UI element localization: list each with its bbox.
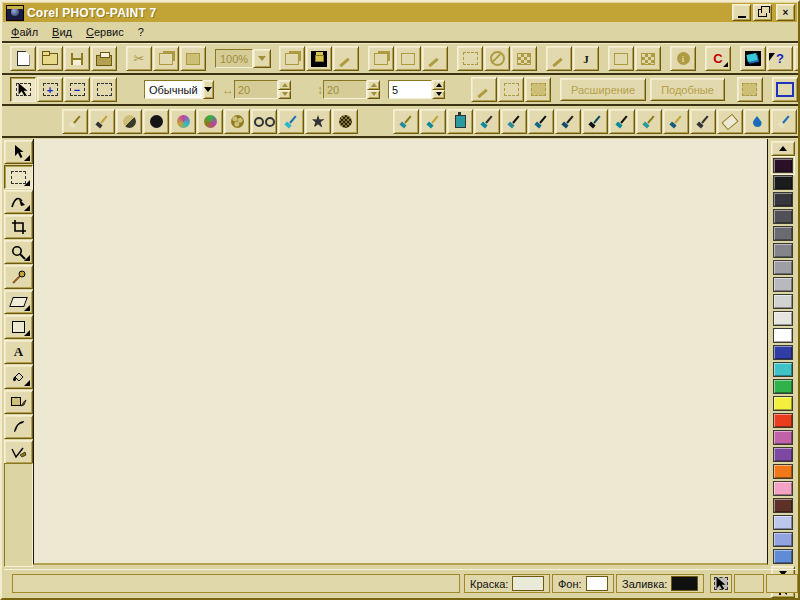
mask-curve-button[interactable]: Ј [573,46,599,71]
hue-button[interactable] [170,109,196,134]
brightness-button[interactable] [116,109,142,134]
paste-button[interactable] [180,46,206,71]
smear-brush-button[interactable] [62,109,88,134]
menu-tools[interactable]: Сервис [79,25,131,39]
duplicate-button[interactable] [279,46,305,71]
edit-note-button[interactable] [422,46,448,71]
palette-swatch[interactable] [773,311,793,326]
sharpen-button[interactable] [305,109,331,134]
mask-mode-additive-button[interactable]: + [37,77,63,102]
menu-file[interactable]: Файл [4,25,45,39]
close-button[interactable]: × [776,4,795,21]
mask-border-button[interactable] [498,77,524,102]
wide-marker-button[interactable] [609,109,635,134]
blend-button[interactable] [278,109,304,134]
app-icon[interactable] [6,5,24,21]
fill-swatch[interactable] [671,576,698,591]
menu-help[interactable]: ? [131,25,151,39]
feather-spinner[interactable]: 5 [388,80,445,99]
recheck-button[interactable]: C [705,46,731,71]
mask-invert-button[interactable] [511,46,537,71]
palette-swatch[interactable] [773,464,793,479]
mask-paint-button[interactable] [546,46,572,71]
palette-swatch[interactable] [773,532,793,547]
frame-outline-button[interactable] [608,46,634,71]
calligraphy-button[interactable] [420,109,446,134]
text-tool[interactable]: A [4,340,33,364]
paintbrush-button[interactable] [393,109,419,134]
menu-view[interactable]: Вид [45,25,79,39]
height-spinner[interactable]: 20 [323,80,380,99]
corel-tutor-button[interactable] [794,46,800,71]
palette-swatch[interactable] [773,260,793,275]
zoom-level-combo[interactable]: 100% [215,49,271,68]
sponge-button[interactable] [224,109,250,134]
palette-swatch[interactable] [773,158,793,173]
combine-objects-button[interactable] [368,46,394,71]
info-button[interactable]: i [670,46,696,71]
tint-button[interactable] [251,109,277,134]
fine-pencil-button[interactable] [501,109,527,134]
crop-frame-button[interactable] [395,46,421,71]
restore-checkpoint-button[interactable] [333,46,359,71]
mask-stamp-button[interactable] [525,77,551,102]
dither-button[interactable] [332,109,358,134]
palette-swatch[interactable] [773,294,793,309]
swirl-brush-button[interactable] [771,109,797,134]
palette-swatch[interactable] [773,413,793,428]
checkpoint-button[interactable] [306,46,332,71]
mask-mode-normal-button[interactable] [10,77,36,102]
flat-eraser-button[interactable] [717,109,743,134]
antialias-button[interactable] [471,77,497,102]
crop-tool[interactable] [4,215,33,239]
window-frame-button[interactable] [772,77,798,102]
clone-brush-tool[interactable] [4,440,33,464]
similar-button[interactable]: Подобные [650,78,725,101]
eyedropper-tool[interactable] [4,265,33,289]
hue-replacer-button[interactable] [197,109,223,134]
mask-rectangle-tool[interactable] [4,165,33,189]
image-sprayer-tool[interactable] [4,390,33,414]
stamp2-button[interactable] [737,77,763,102]
palette-swatch[interactable] [773,447,793,462]
palette-swatch[interactable] [773,277,793,292]
contrast-button[interactable] [143,109,169,134]
spray-can-button[interactable] [447,109,473,134]
palette-swatch[interactable] [773,209,793,224]
palette-swatch[interactable] [773,515,793,530]
workspace-canvas[interactable] [33,139,768,565]
palette-swatch[interactable] [773,243,793,258]
save-button[interactable] [64,46,90,71]
felt-marker-button[interactable] [582,109,608,134]
fountain-pen-button[interactable] [555,109,581,134]
palette-swatch[interactable] [773,175,793,190]
print-button[interactable] [91,46,117,71]
copy-button[interactable] [153,46,179,71]
eraser-tool[interactable] [4,290,33,314]
quill-pen-button[interactable] [474,109,500,134]
context-help-button[interactable]: ? [767,46,793,71]
mask-mode-subtractive-button[interactable]: − [64,77,90,102]
expand-button[interactable]: Расширение [560,78,646,101]
fill-tool[interactable] [4,365,33,389]
palette-scroll-up-button[interactable] [771,141,795,156]
palette-swatch[interactable] [773,379,793,394]
open-button[interactable] [37,46,63,71]
object-picker-tool[interactable] [4,140,33,164]
frame-checker-button[interactable] [635,46,661,71]
new-button[interactable] [10,46,36,71]
width-spinner[interactable]: 20 [234,80,291,99]
effect-brush-tool[interactable] [4,415,33,439]
paint-swatch[interactable] [512,576,544,591]
title-bar[interactable]: Corel PHOTO-PAINT 7 × [3,3,797,22]
minimize-button[interactable] [732,4,751,21]
paper-swatch[interactable] [586,576,608,591]
smudge-pen-button[interactable] [89,109,115,134]
water-droplet-button[interactable] [744,109,770,134]
zoom-combo-arrow[interactable] [253,49,271,68]
palette-swatch[interactable] [773,226,793,241]
chalk-stick-button[interactable] [690,109,716,134]
palette-swatch[interactable] [773,430,793,445]
mask-combo-arrow[interactable] [203,80,214,99]
palette-swatch[interactable] [773,498,793,513]
